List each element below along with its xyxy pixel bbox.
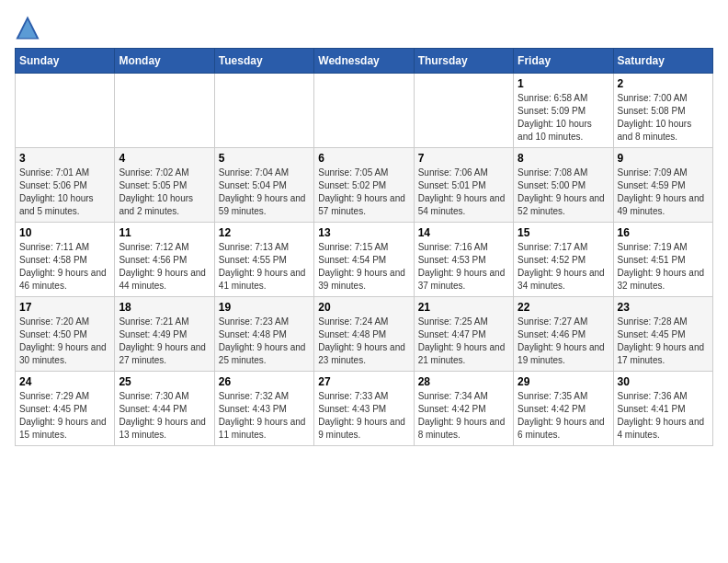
calendar-day-cell (16, 74, 115, 148)
day-info: Sunrise: 7:16 AM Sunset: 4:53 PM Dayligh… (418, 241, 509, 293)
day-info: Sunrise: 7:09 AM Sunset: 4:59 PM Dayligh… (618, 167, 709, 218)
day-info: Sunrise: 7:15 AM Sunset: 4:54 PM Dayligh… (318, 241, 409, 293)
day-of-week-header: Monday (115, 49, 214, 74)
calendar-day-cell (314, 74, 414, 148)
calendar-day-cell: 2Sunrise: 7:00 AM Sunset: 5:08 PM Daylig… (613, 74, 712, 148)
day-number: 1 (518, 77, 609, 90)
day-info: Sunrise: 7:12 AM Sunset: 4:56 PM Dayligh… (119, 241, 210, 293)
day-info: Sunrise: 7:28 AM Sunset: 4:45 PM Dayligh… (618, 316, 709, 367)
calendar-day-cell: 23Sunrise: 7:28 AM Sunset: 4:45 PM Dayli… (613, 297, 712, 372)
calendar-day-cell: 10Sunrise: 7:11 AM Sunset: 4:58 PM Dayli… (16, 223, 115, 297)
calendar-table: SundayMondayTuesdayWednesdayThursdayFrid… (15, 48, 713, 446)
day-info: Sunrise: 7:02 AM Sunset: 5:05 PM Dayligh… (119, 167, 210, 218)
day-info: Sunrise: 7:04 AM Sunset: 5:04 PM Dayligh… (219, 167, 310, 218)
day-info: Sunrise: 7:05 AM Sunset: 5:02 PM Dayligh… (318, 167, 409, 218)
day-info: Sunrise: 7:19 AM Sunset: 4:51 PM Dayligh… (618, 241, 709, 293)
calendar-day-cell: 22Sunrise: 7:27 AM Sunset: 4:46 PM Dayli… (514, 297, 613, 372)
day-number: 21 (418, 301, 509, 314)
day-number: 23 (618, 301, 709, 314)
day-info: Sunrise: 6:58 AM Sunset: 5:09 PM Dayligh… (518, 92, 609, 144)
day-of-week-header: Saturday (613, 49, 712, 74)
day-info: Sunrise: 7:17 AM Sunset: 4:52 PM Dayligh… (518, 241, 609, 293)
calendar-day-cell: 6Sunrise: 7:05 AM Sunset: 5:02 PM Daylig… (314, 148, 414, 223)
day-number: 22 (518, 301, 609, 314)
calendar-week-row: 17Sunrise: 7:20 AM Sunset: 4:50 PM Dayli… (16, 297, 713, 372)
day-info: Sunrise: 7:01 AM Sunset: 5:06 PM Dayligh… (19, 167, 110, 218)
day-info: Sunrise: 7:11 AM Sunset: 4:58 PM Dayligh… (19, 241, 110, 293)
calendar-day-cell: 18Sunrise: 7:21 AM Sunset: 4:49 PM Dayli… (115, 297, 214, 372)
day-info: Sunrise: 7:34 AM Sunset: 4:42 PM Dayligh… (418, 390, 509, 442)
day-number: 4 (119, 152, 210, 165)
day-number: 6 (318, 152, 409, 165)
day-number: 2 (618, 77, 709, 90)
calendar-day-cell: 19Sunrise: 7:23 AM Sunset: 4:48 PM Dayli… (214, 297, 313, 372)
calendar-week-row: 24Sunrise: 7:29 AM Sunset: 4:45 PM Dayli… (16, 372, 713, 446)
day-info: Sunrise: 7:13 AM Sunset: 4:55 PM Dayligh… (219, 241, 310, 293)
calendar-week-row: 1Sunrise: 6:58 AM Sunset: 5:09 PM Daylig… (16, 74, 713, 148)
day-info: Sunrise: 7:29 AM Sunset: 4:45 PM Dayligh… (19, 390, 110, 442)
day-number: 28 (418, 375, 509, 388)
day-info: Sunrise: 7:33 AM Sunset: 4:43 PM Dayligh… (318, 390, 409, 442)
calendar-day-cell: 30Sunrise: 7:36 AM Sunset: 4:41 PM Dayli… (613, 372, 712, 446)
day-number: 7 (418, 152, 509, 165)
day-info: Sunrise: 7:24 AM Sunset: 4:48 PM Dayligh… (318, 316, 409, 367)
day-info: Sunrise: 7:30 AM Sunset: 4:44 PM Dayligh… (119, 390, 210, 442)
calendar-week-row: 3Sunrise: 7:01 AM Sunset: 5:06 PM Daylig… (16, 148, 713, 223)
calendar-day-cell: 9Sunrise: 7:09 AM Sunset: 4:59 PM Daylig… (613, 148, 712, 223)
day-number: 19 (219, 301, 310, 314)
day-of-week-header: Thursday (414, 49, 513, 74)
calendar-day-cell: 25Sunrise: 7:30 AM Sunset: 4:44 PM Dayli… (115, 372, 214, 446)
day-number: 17 (19, 301, 110, 314)
day-of-week-header: Friday (514, 49, 613, 74)
day-number: 13 (318, 226, 409, 239)
calendar-day-cell: 21Sunrise: 7:25 AM Sunset: 4:47 PM Dayli… (414, 297, 513, 372)
calendar-day-cell: 17Sunrise: 7:20 AM Sunset: 4:50 PM Dayli… (16, 297, 115, 372)
calendar-day-cell: 1Sunrise: 6:58 AM Sunset: 5:09 PM Daylig… (514, 74, 613, 148)
calendar-day-cell: 20Sunrise: 7:24 AM Sunset: 4:48 PM Dayli… (314, 297, 414, 372)
day-number: 20 (318, 301, 409, 314)
day-number: 15 (518, 226, 609, 239)
day-info: Sunrise: 7:32 AM Sunset: 4:43 PM Dayligh… (219, 390, 310, 442)
day-of-week-header: Tuesday (214, 49, 313, 74)
day-number: 18 (119, 301, 210, 314)
calendar-day-cell: 12Sunrise: 7:13 AM Sunset: 4:55 PM Dayli… (214, 223, 313, 297)
calendar-day-cell: 27Sunrise: 7:33 AM Sunset: 4:43 PM Dayli… (314, 372, 414, 446)
day-number: 25 (119, 375, 210, 388)
day-number: 3 (19, 152, 110, 165)
calendar-day-cell: 15Sunrise: 7:17 AM Sunset: 4:52 PM Dayli… (514, 223, 613, 297)
day-number: 9 (618, 152, 709, 165)
logo-icon (15, 15, 40, 40)
day-number: 29 (518, 375, 609, 388)
calendar-day-cell: 29Sunrise: 7:35 AM Sunset: 4:42 PM Dayli… (514, 372, 613, 446)
day-info: Sunrise: 7:23 AM Sunset: 4:48 PM Dayligh… (219, 316, 310, 367)
day-info: Sunrise: 7:00 AM Sunset: 5:08 PM Dayligh… (618, 92, 709, 144)
day-number: 26 (219, 375, 310, 388)
calendar-day-cell: 14Sunrise: 7:16 AM Sunset: 4:53 PM Dayli… (414, 223, 513, 297)
day-info: Sunrise: 7:21 AM Sunset: 4:49 PM Dayligh… (119, 316, 210, 367)
calendar-day-cell: 28Sunrise: 7:34 AM Sunset: 4:42 PM Dayli… (414, 372, 513, 446)
day-info: Sunrise: 7:08 AM Sunset: 5:00 PM Dayligh… (518, 167, 609, 218)
day-of-week-header: Wednesday (314, 49, 414, 74)
calendar-day-cell: 16Sunrise: 7:19 AM Sunset: 4:51 PM Dayli… (613, 223, 712, 297)
calendar-week-row: 10Sunrise: 7:11 AM Sunset: 4:58 PM Dayli… (16, 223, 713, 297)
day-info: Sunrise: 7:25 AM Sunset: 4:47 PM Dayligh… (418, 316, 509, 367)
day-number: 27 (318, 375, 409, 388)
calendar-day-cell (214, 74, 313, 148)
calendar-day-cell: 4Sunrise: 7:02 AM Sunset: 5:05 PM Daylig… (115, 148, 214, 223)
day-info: Sunrise: 7:20 AM Sunset: 4:50 PM Dayligh… (19, 316, 110, 367)
day-number: 10 (19, 226, 110, 239)
day-number: 24 (19, 375, 110, 388)
day-number: 5 (219, 152, 310, 165)
day-number: 11 (119, 226, 210, 239)
logo (15, 15, 44, 40)
day-of-week-header: Sunday (16, 49, 115, 74)
calendar-day-cell: 26Sunrise: 7:32 AM Sunset: 4:43 PM Dayli… (214, 372, 313, 446)
calendar-day-cell: 8Sunrise: 7:08 AM Sunset: 5:00 PM Daylig… (514, 148, 613, 223)
calendar-day-cell: 5Sunrise: 7:04 AM Sunset: 5:04 PM Daylig… (214, 148, 313, 223)
day-number: 8 (518, 152, 609, 165)
calendar-day-cell: 7Sunrise: 7:06 AM Sunset: 5:01 PM Daylig… (414, 148, 513, 223)
day-number: 16 (618, 226, 709, 239)
calendar-day-cell: 13Sunrise: 7:15 AM Sunset: 4:54 PM Dayli… (314, 223, 414, 297)
calendar-day-cell: 11Sunrise: 7:12 AM Sunset: 4:56 PM Dayli… (115, 223, 214, 297)
day-info: Sunrise: 7:27 AM Sunset: 4:46 PM Dayligh… (518, 316, 609, 367)
